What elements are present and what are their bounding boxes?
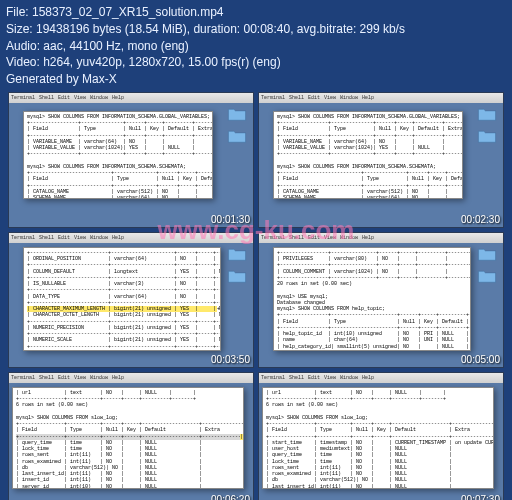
terminal-output: | url | text | NO | | NULL | | +--------… [13, 388, 243, 489]
menubar-item[interactable]: Help [112, 375, 124, 381]
folder-icon[interactable] [227, 129, 247, 143]
terminal-window[interactable]: | url | text | NO | | NULL | | +--------… [262, 387, 494, 489]
terminal-output: +--------------------------+------------… [24, 248, 220, 351]
menubar-item[interactable]: Terminal [11, 235, 35, 241]
mac-menubar: TerminalShellEditViewWindowHelp [9, 233, 253, 243]
menubar-item[interactable]: Window [90, 95, 108, 101]
mac-menubar: TerminalShellEditViewWindowHelp [259, 233, 503, 243]
terminal-window[interactable]: +--------------------------+------------… [23, 247, 221, 351]
thumbnail-grid: TerminalShellEditViewWindowHelpmysql> SH… [0, 92, 512, 500]
menubar-item[interactable]: View [324, 375, 336, 381]
menubar-item[interactable]: View [74, 375, 86, 381]
menubar-item[interactable]: Window [340, 235, 358, 241]
terminal-output: mysql> SHOW COLUMNS FROM INFORMATION_SCH… [24, 112, 212, 199]
menubar-item[interactable]: Shell [289, 235, 304, 241]
menubar-item[interactable]: Shell [289, 95, 304, 101]
terminal-output: mysql> SHOW COLUMNS FROM INFORMATION_SCH… [274, 112, 462, 199]
folder-icon[interactable] [227, 269, 247, 283]
thumbnail-pane: TerminalShellEditViewWindowHelp+--------… [258, 232, 504, 368]
audio-line: Audio: aac, 44100 Hz, mono (eng) [6, 38, 506, 55]
mac-menubar: TerminalShellEditViewWindowHelp [9, 93, 253, 103]
folder-icon[interactable] [227, 107, 247, 121]
video-line: Video: h264, yuv420p, 1280x720, 15.00 fp… [6, 54, 506, 71]
menubar-item[interactable]: Edit [58, 235, 70, 241]
menubar-item[interactable]: Shell [289, 375, 304, 381]
menubar-item[interactable]: Window [340, 375, 358, 381]
file-line: File: 158373_02_07_XR15_solution.mp4 [6, 4, 506, 21]
folder-icon[interactable] [477, 269, 497, 283]
menubar-item[interactable]: Shell [39, 375, 54, 381]
thumbnail-pane: TerminalShellEditViewWindowHelp| url | t… [258, 372, 504, 500]
menubar-item[interactable]: Shell [39, 235, 54, 241]
video-info-header: File: 158373_02_07_XR15_solution.mp4 Siz… [0, 0, 512, 92]
menubar-item[interactable]: Edit [58, 95, 70, 101]
timestamp-label: 00:03:50 [211, 354, 250, 365]
menubar-item[interactable]: Help [112, 95, 124, 101]
size-line: Size: 19438196 bytes (18.54 MiB), durati… [6, 21, 506, 38]
terminal-window[interactable]: mysql> SHOW COLUMNS FROM INFORMATION_SCH… [23, 111, 213, 199]
thumbnail-pane: TerminalShellEditViewWindowHelpmysql> SH… [8, 92, 254, 228]
desktop-area: +--------------------------+------------… [9, 243, 253, 367]
mac-menubar: TerminalShellEditViewWindowHelp [259, 373, 503, 383]
terminal-output: +----------------+---------------+------… [274, 248, 470, 351]
menubar-item[interactable]: Terminal [11, 95, 35, 101]
terminal-window[interactable]: +----------------+---------------+------… [273, 247, 471, 351]
menubar-item[interactable]: Terminal [261, 375, 285, 381]
desktop-area: mysql> SHOW COLUMNS FROM INFORMATION_SCH… [9, 103, 253, 227]
timestamp-label: 00:05:00 [461, 354, 500, 365]
menubar-item[interactable]: Window [90, 375, 108, 381]
folder-icon[interactable] [477, 107, 497, 121]
thumbnail-pane: TerminalShellEditViewWindowHelp+--------… [8, 232, 254, 368]
mac-menubar: TerminalShellEditViewWindowHelp [9, 373, 253, 383]
menubar-item[interactable]: View [74, 235, 86, 241]
terminal-window[interactable]: | url | text | NO | | NULL | | +--------… [12, 387, 244, 489]
desktop-area: | url | text | NO | | NULL | | +--------… [9, 383, 253, 500]
timestamp-label: 00:02:30 [461, 214, 500, 225]
menubar-item[interactable]: Terminal [11, 375, 35, 381]
folder-icon[interactable] [477, 247, 497, 261]
folder-icon[interactable] [477, 129, 497, 143]
menubar-item[interactable]: Edit [58, 375, 70, 381]
terminal-output: | url | text | NO | | NULL | | +--------… [263, 388, 493, 489]
desktop-area: | url | text | NO | | NULL | | +--------… [259, 383, 503, 500]
menubar-item[interactable]: Shell [39, 95, 54, 101]
menubar-item[interactable]: View [74, 95, 86, 101]
menubar-item[interactable]: Help [362, 375, 374, 381]
menubar-item[interactable]: Help [362, 235, 374, 241]
thumbnail-pane: TerminalShellEditViewWindowHelpmysql> SH… [258, 92, 504, 228]
menubar-item[interactable]: Window [340, 95, 358, 101]
generated-line: Generated by Max-X [6, 71, 506, 88]
menubar-item[interactable]: Edit [308, 235, 320, 241]
menubar-item[interactable]: Terminal [261, 235, 285, 241]
mac-menubar: TerminalShellEditViewWindowHelp [259, 93, 503, 103]
timestamp-label: 00:06:20 [211, 494, 250, 500]
menubar-item[interactable]: Window [90, 235, 108, 241]
desktop-area: +----------------+---------------+------… [259, 243, 503, 367]
thumbnail-pane: TerminalShellEditViewWindowHelp| url | t… [8, 372, 254, 500]
menubar-item[interactable]: View [324, 95, 336, 101]
menubar-item[interactable]: Help [112, 235, 124, 241]
timestamp-label: 00:01:30 [211, 214, 250, 225]
timestamp-label: 00:07:30 [461, 494, 500, 500]
menubar-item[interactable]: Edit [308, 375, 320, 381]
terminal-window[interactable]: mysql> SHOW COLUMNS FROM INFORMATION_SCH… [273, 111, 463, 199]
desktop-area: mysql> SHOW COLUMNS FROM INFORMATION_SCH… [259, 103, 503, 227]
menubar-item[interactable]: View [324, 235, 336, 241]
folder-icon[interactable] [227, 247, 247, 261]
menubar-item[interactable]: Help [362, 95, 374, 101]
menubar-item[interactable]: Terminal [261, 95, 285, 101]
menubar-item[interactable]: Edit [308, 95, 320, 101]
